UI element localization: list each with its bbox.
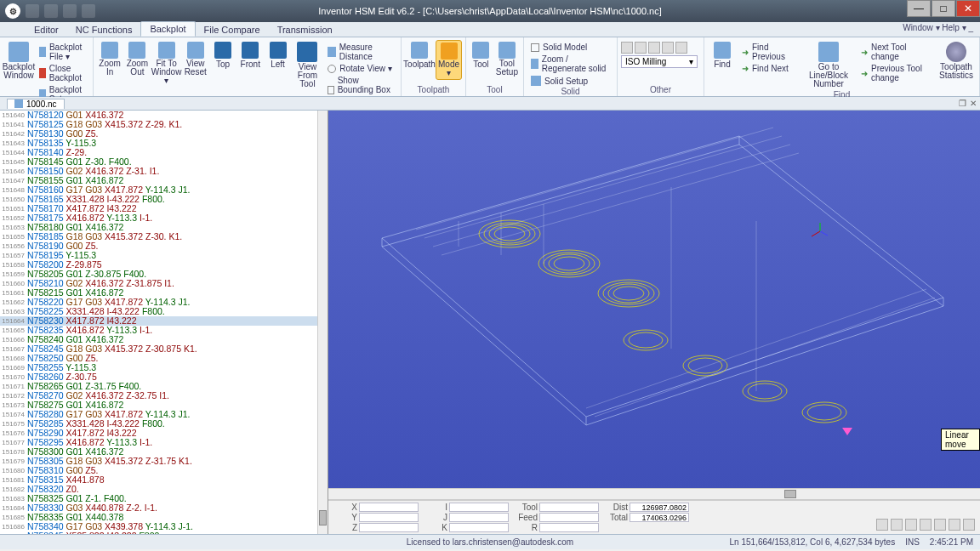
document-tab[interactable]: 1000.nc: [7, 99, 65, 109]
svg-point-16: [743, 381, 787, 401]
menu-right[interactable]: Window ▾ Help ▾ _: [903, 23, 973, 32]
ribbon: Backplot Window Backplot File ▾ Close Ba…: [0, 37, 980, 97]
marker-icon: [842, 428, 852, 435]
zoom-in-button[interactable]: Zoom In: [97, 40, 122, 78]
qat-button[interactable]: [26, 4, 39, 18]
tool-setup-button[interactable]: Tool Setup: [494, 40, 520, 78]
svg-point-14: [683, 355, 727, 376]
view-top-button[interactable]: Top: [210, 40, 236, 71]
find-previous-button[interactable]: ➜Find Previous: [738, 42, 800, 62]
play-end-button[interactable]: [934, 519, 946, 531]
measure-distance-button[interactable]: Measure Distance: [324, 42, 397, 62]
svg-point-19: [807, 405, 841, 420]
3d-viewport[interactable]: Linear move: [328, 111, 980, 488]
cursor-position: Ln 151,664/153,812, Col 6, 4,627,534 byt…: [730, 537, 896, 547]
arrow-up-icon: ➜: [742, 48, 749, 57]
rotate-view-button[interactable]: Rotate View ▾: [324, 63, 397, 74]
label-dist: Dist: [604, 503, 628, 512]
ribbon-tabs: Editor NC Functions Backplot File Compar…: [0, 22, 980, 37]
group-file: Backplot Window Backplot File ▾ Close Ba…: [0, 37, 94, 96]
svg-point-17: [748, 383, 782, 399]
solid-setup-button[interactable]: Solid Setup: [527, 75, 613, 87]
info-panel: X Y Z I J K Tool Feed R Dist126987.0802 …: [328, 500, 980, 534]
label-i: I: [424, 503, 447, 512]
zoom-out-icon: [128, 42, 145, 59]
label-k: K: [424, 523, 447, 532]
close-button[interactable]: ✕: [956, 0, 980, 17]
machine-combo[interactable]: ISO Milling▾: [621, 55, 698, 68]
toolpath-icon: [411, 42, 428, 59]
restore-icon[interactable]: ❐: [959, 99, 966, 108]
tab-file-compare[interactable]: File Compare: [196, 23, 269, 37]
quick-access-toolbar: [26, 4, 95, 18]
value-j: [449, 513, 509, 522]
scrollbar-thumb[interactable]: [784, 490, 796, 498]
setup-icon: [531, 76, 541, 86]
backplot-window-button[interactable]: Backplot Window: [3, 40, 34, 82]
view-front-button[interactable]: Front: [237, 40, 263, 71]
label-x: X: [333, 503, 357, 512]
close-backplot-button[interactable]: Close Backplot: [36, 63, 89, 83]
find-icon: [714, 42, 731, 59]
regen-icon: [531, 59, 538, 69]
toolpath-button[interactable]: Toolpath: [405, 40, 434, 71]
other-icon[interactable]: [635, 42, 647, 54]
toolpath-render: [328, 111, 980, 488]
solid-model-button[interactable]: Solid Model: [527, 42, 613, 53]
tab-transmission[interactable]: Transmission: [269, 23, 341, 37]
play-loop-button[interactable]: [949, 519, 960, 531]
tab-nc-functions[interactable]: NC Functions: [67, 23, 141, 37]
cube-tool-icon: [297, 42, 317, 62]
play-start-button[interactable]: [876, 519, 888, 531]
view-from-tool-button[interactable]: View From Tool: [293, 40, 323, 90]
vertical-scrollbar[interactable]: [317, 111, 328, 534]
play-back-button[interactable]: [891, 519, 903, 531]
backplot-file-button[interactable]: Backplot File ▾: [36, 42, 89, 62]
prev-tool-change-button[interactable]: ➜Previous Tool change: [858, 63, 936, 83]
gcode-editor[interactable]: 151640N758120 G01 X416.372151641N758125 …: [0, 111, 328, 534]
find-next-button[interactable]: ➜Find Next: [738, 63, 800, 74]
label-total: Total: [604, 513, 628, 522]
other-icon[interactable]: [621, 42, 633, 54]
svg-point-13: [629, 332, 663, 348]
group-other: ISO Milling▾ Other: [618, 37, 704, 96]
scrollbar-thumb[interactable]: [319, 510, 327, 525]
viewport-tooltip: Linear move: [941, 429, 980, 451]
zoom-out-button[interactable]: Zoom Out: [124, 40, 150, 78]
tool-button[interactable]: Tool: [470, 40, 493, 71]
goto-line-button[interactable]: Go to Line/Block Number: [801, 40, 856, 90]
mode-button[interactable]: Mode ▾: [436, 40, 462, 80]
toolpath-stats-button[interactable]: Toolpath Statistics: [937, 40, 975, 82]
solid-regen-button[interactable]: Zoom / Regenerate solid: [527, 54, 613, 74]
svg-line-22: [820, 231, 828, 236]
other-icon[interactable]: [675, 42, 687, 54]
status-bar: Licensed to lars.christensen@autodesk.co…: [0, 534, 980, 549]
timeline-scrollbar[interactable]: [328, 488, 980, 500]
maximize-button[interactable]: □: [932, 0, 955, 17]
qat-button[interactable]: [44, 4, 58, 18]
other-icon[interactable]: [648, 42, 660, 54]
tab-editor[interactable]: Editor: [26, 23, 67, 37]
cube-top-icon: [214, 42, 231, 59]
other-icon[interactable]: [662, 42, 674, 54]
value-k: [449, 523, 509, 532]
qat-button[interactable]: [82, 4, 95, 18]
group-tool: Tool Tool Setup Tool: [466, 37, 524, 96]
value-feed: [539, 513, 599, 522]
fit-window-button[interactable]: Fit To Window ▾: [152, 40, 181, 87]
find-button[interactable]: Find: [708, 40, 737, 71]
view-left-button[interactable]: Left: [265, 40, 290, 71]
tab-backplot[interactable]: Backplot: [140, 21, 195, 37]
next-tool-change-button[interactable]: ➜Next Tool change: [858, 42, 936, 62]
play-stop-button[interactable]: [963, 519, 975, 531]
minimize-button[interactable]: —: [907, 0, 931, 17]
view-reset-button[interactable]: View Reset: [183, 40, 208, 78]
play-fwd-button[interactable]: [920, 519, 932, 531]
label-j: J: [424, 513, 447, 522]
play-pause-button[interactable]: [905, 519, 917, 531]
cube-left-icon: [270, 42, 287, 59]
qat-button[interactable]: [63, 4, 77, 18]
axis-triad-icon: [812, 223, 829, 240]
fit-icon: [158, 42, 175, 59]
close-icon[interactable]: ✕: [970, 99, 977, 108]
